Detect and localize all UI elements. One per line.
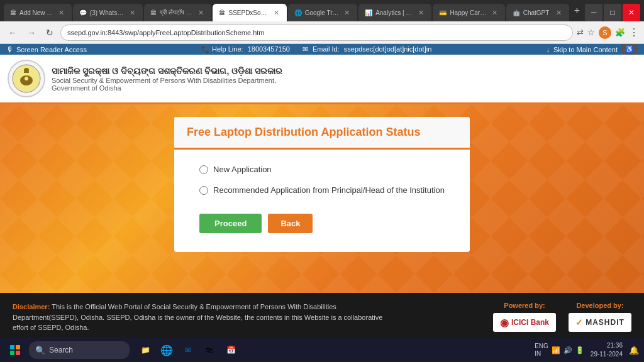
form-card-body: New Application Recommended Application … — [174, 150, 470, 252]
taskbar-icons: 📁 🌐 ✉ 🛍 📅 — [136, 341, 240, 359]
icici-logo: ◉ ICICI Bank — [493, 313, 556, 332]
browser-tab-3[interactable]: 🏛 प्री लैपटॉप वि... ✕ — [144, 4, 212, 21]
accessibility-button[interactable]: ♿ — [621, 44, 638, 55]
browser-tab-5[interactable]: 🌐 Google Tra... ✕ — [288, 4, 357, 21]
browser-tab-2[interactable]: 💬 (3) WhatsA... ✕ — [73, 4, 143, 21]
files-icon: 📁 — [141, 346, 150, 354]
tab-close-4[interactable]: ✕ — [272, 9, 280, 17]
logo-text-container: ସାମାଜିକ ସୁରକ୍ଷା ଓ ଦିବ୍ୟଙ୍ଗ ସଶକ୍ତିକରଣ ବିଭ… — [52, 66, 282, 92]
skip-icon: ↓ — [546, 46, 550, 53]
reload-button[interactable]: ↻ — [43, 26, 57, 39]
close-button[interactable]: ✕ — [623, 4, 640, 21]
skip-text[interactable]: Skip to Main Content — [553, 46, 618, 53]
translate-icon[interactable]: ⇄ — [577, 28, 584, 37]
tab-close-3[interactable]: ✕ — [197, 9, 205, 17]
menu-icon[interactable]: ⋮ — [629, 26, 639, 38]
main-content-area: Free Laptop Distribution Application Sta… — [0, 104, 644, 293]
proceed-button[interactable]: Proceed — [199, 214, 262, 233]
clock-date: 29-11-2024 — [591, 350, 623, 359]
start-button[interactable] — [5, 341, 25, 359]
tab-label-1: Add New P... — [19, 9, 54, 16]
form-card-header: Free Laptop Distribution Application Sta… — [174, 117, 470, 150]
taskbar-icon-files[interactable]: 📁 — [136, 341, 155, 359]
powered-by-section: Powered by: ◉ ICICI Bank — [493, 302, 556, 332]
english-title-line2: Government of Odisha — [52, 84, 282, 92]
calendar-icon: 📅 — [226, 346, 236, 354]
contact-section: 📞 Help Line: 18003457150 ✉ Email Id: sse… — [201, 45, 431, 53]
icici-bank-text: ICICI Bank — [511, 318, 549, 327]
tab-close-7[interactable]: ✕ — [491, 9, 499, 17]
helpline-number: 18003457150 — [248, 45, 290, 53]
bookmark-icon[interactable]: ☆ — [587, 28, 595, 37]
email-icon: ✉ — [303, 45, 308, 53]
screen-reader-text[interactable]: Screen Reader Access — [16, 46, 87, 53]
email-section: ✉ Email Id: ssepdsec[dot]od[at]nic[dot]i… — [303, 45, 431, 53]
browser-tab-1[interactable]: 🏛 Add New P... ✕ — [4, 4, 72, 21]
logo-svg — [11, 63, 42, 94]
browser-tab-4[interactable]: 🏛 SSEPDxSoci... ✕ — [213, 4, 286, 21]
svg-point-4 — [25, 77, 28, 80]
new-tab-button[interactable]: + — [570, 5, 584, 16]
clock-time: 21:36 — [591, 341, 623, 350]
extensions-icon[interactable]: 🧩 — [615, 28, 625, 37]
tab-label-7: Happy Card... — [450, 9, 487, 16]
search-icon: 🔍 — [35, 346, 45, 355]
tab-favicon-6: 📊 — [365, 9, 372, 16]
maximize-button[interactable]: □ — [604, 4, 621, 21]
email-value: ssepdsec[dot]od[at]nic[dot]in — [344, 45, 431, 53]
back-form-button[interactable]: Back — [268, 214, 313, 233]
browser-tab-6[interactable]: 📊 Analytics | H... ✕ — [358, 4, 431, 21]
disclaimer-text: This is the Official Web Portal of Socia… — [13, 303, 382, 331]
store-icon: 🛍 — [206, 346, 213, 354]
helpline-label: Help Line: — [212, 45, 243, 53]
radio-group: New Application Recommended Application … — [199, 165, 445, 195]
forward-button[interactable]: → — [24, 26, 39, 39]
profile-icon[interactable]: S — [599, 26, 611, 39]
taskbar-icon-calendar[interactable]: 📅 — [221, 341, 240, 359]
browser-tab-7[interactable]: 💳 Happy Card... ✕ — [433, 4, 504, 21]
footer-disclaimer: Disclaimer: This is the Official Web Por… — [13, 302, 390, 333]
taskbar-search[interactable]: 🔍 Search — [29, 341, 130, 359]
minimize-button[interactable]: ─ — [585, 4, 602, 21]
tab-close-5[interactable]: ✕ — [343, 9, 351, 17]
nav-icons: ⇄ ☆ S 🧩 ⋮ — [577, 26, 639, 39]
tab-close-1[interactable]: ✕ — [57, 9, 65, 17]
browser-tab-8[interactable]: 🤖 ChatGPT ✕ — [506, 4, 569, 21]
tab-favicon-1: 🏛 — [10, 9, 16, 16]
email-label: Email Id: — [313, 45, 340, 53]
taskbar-icon-mail[interactable]: ✉ — [179, 341, 197, 359]
accessibility-icon: ♿ — [625, 45, 634, 53]
notification-icon[interactable]: 🔔 — [629, 346, 639, 355]
win-square-3 — [10, 351, 14, 355]
tab-close-8[interactable]: ✕ — [555, 9, 563, 17]
svg-rect-2 — [24, 72, 29, 73]
radio-option-2[interactable]: Recommended Application from Principal/H… — [199, 185, 445, 195]
footer-right: Powered by: ◉ ICICI Bank Developed by: ✓… — [493, 302, 631, 332]
radio-label-1: New Application — [213, 165, 272, 174]
gov-top-bar: 🎙 Screen Reader Access 📞 Help Line: 1800… — [0, 44, 644, 55]
radio-option-1[interactable]: New Application — [199, 165, 445, 174]
win-square-2 — [16, 345, 20, 349]
back-button[interactable]: ← — [5, 26, 20, 39]
taskbar-icon-store[interactable]: 🛍 — [200, 341, 219, 359]
mic-icon: 🎙 — [6, 45, 14, 54]
screen-reader-section: 🎙 Screen Reader Access — [6, 45, 87, 54]
tab-favicon-5: 🌐 — [294, 9, 302, 16]
taskbar: 🔍 Search 📁 🌐 ✉ 🛍 📅 ENGIN 📶 — [0, 338, 644, 362]
radio-input-1[interactable] — [199, 165, 208, 174]
website-content: 🎙 Screen Reader Access 📞 Help Line: 1800… — [0, 44, 644, 338]
taskbar-search-label: Search — [49, 346, 73, 354]
win-square-4 — [16, 351, 20, 355]
footer: Disclaimer: This is the Official Web Por… — [0, 293, 644, 338]
tab-close-6[interactable]: ✕ — [417, 9, 425, 17]
tab-label-8: ChatGPT — [523, 9, 552, 16]
language-indicator: ENGIN — [535, 343, 548, 358]
radio-input-2[interactable] — [199, 186, 208, 195]
url-bar[interactable]: ssepd.gov.in:8443/swp/applyFreeLaptopDis… — [60, 25, 573, 41]
tab-bar: 🏛 Add New P... ✕ 💬 (3) WhatsA... ✕ 🏛 प्र… — [0, 0, 644, 21]
phone-icon: 📞 — [201, 45, 210, 53]
tab-label-5: Google Tra... — [305, 9, 340, 16]
tab-close-2[interactable]: ✕ — [128, 9, 136, 17]
taskbar-icon-edge[interactable]: 🌐 — [157, 341, 176, 359]
tab-label-6: Analytics | H... — [375, 9, 414, 16]
